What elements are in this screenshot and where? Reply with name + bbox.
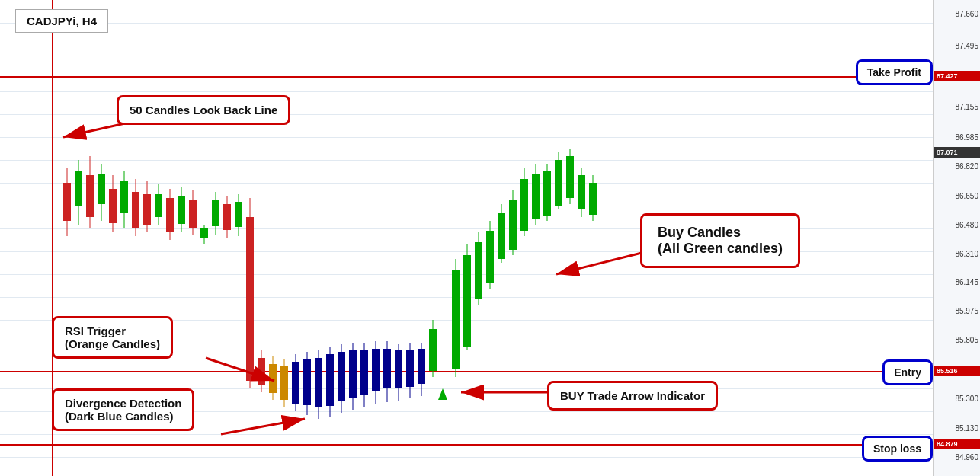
svg-rect-65 <box>429 329 437 371</box>
price-86650: 86.650 <box>955 192 978 200</box>
svg-rect-76 <box>498 213 505 259</box>
chart-container: CADJPYi, H4 87.660 87.495 87.325 87.155 … <box>0 0 980 476</box>
price-85300: 85.300 <box>955 395 978 403</box>
svg-rect-27 <box>212 200 219 226</box>
price-85975: 85.975 <box>955 307 978 315</box>
svg-rect-59 <box>395 350 402 388</box>
svg-rect-86 <box>555 160 562 206</box>
price-86310: 86.310 <box>955 250 978 258</box>
svg-marker-66 <box>438 388 447 400</box>
svg-rect-63 <box>418 349 425 384</box>
price-87495: 87.495 <box>955 42 978 50</box>
buy-candles-annotation: Buy Candles (All Green candles) <box>640 213 800 268</box>
svg-rect-55 <box>372 349 380 391</box>
svg-rect-9 <box>109 189 117 223</box>
price-85130: 85.130 <box>955 424 978 433</box>
svg-rect-57 <box>383 349 391 388</box>
current-price-badge: 87.071 <box>934 147 980 158</box>
price-86820: 86.820 <box>955 162 978 171</box>
svg-rect-5 <box>86 175 94 217</box>
entry-badge: 85.516 <box>934 366 980 376</box>
svg-rect-31 <box>235 202 242 227</box>
price-87155: 87.155 <box>955 103 978 111</box>
take-profit-badge: 87.427 <box>934 71 980 81</box>
entry-annotation: Entry <box>882 359 933 385</box>
svg-rect-41 <box>292 362 299 404</box>
price-87660: 87.660 <box>955 10 978 18</box>
svg-rect-25 <box>200 228 208 238</box>
svg-rect-33 <box>246 217 254 381</box>
price-85805: 85.805 <box>955 336 978 344</box>
svg-rect-13 <box>132 192 139 228</box>
svg-rect-21 <box>178 196 185 224</box>
svg-rect-84 <box>543 171 551 216</box>
svg-rect-43 <box>303 359 311 405</box>
price-86480: 86.480 <box>955 221 978 229</box>
buy-trade-arrow-annotation: BUY Trade Arrow Indicator <box>547 381 718 411</box>
svg-rect-17 <box>155 194 162 217</box>
divergence-annotation: Divergence Detection (Dark Blue Candles) <box>52 388 194 431</box>
svg-rect-49 <box>338 352 345 401</box>
price-84960: 84.960 <box>955 453 978 462</box>
svg-rect-11 <box>120 181 128 213</box>
stop-loss-badge: 84.879 <box>934 439 980 449</box>
svg-rect-39 <box>280 366 288 400</box>
svg-rect-15 <box>143 194 151 225</box>
svg-rect-92 <box>589 183 597 215</box>
svg-rect-68 <box>452 270 460 369</box>
price-86985: 86.985 <box>955 133 978 142</box>
svg-rect-51 <box>349 350 357 398</box>
svg-rect-82 <box>532 174 540 219</box>
look-back-annotation: 50 Candles Look Back Line <box>117 95 290 125</box>
svg-rect-23 <box>189 200 197 228</box>
svg-rect-70 <box>463 255 471 347</box>
svg-rect-80 <box>520 179 528 231</box>
svg-rect-29 <box>223 204 231 230</box>
take-profit-annotation: Take Profit <box>856 59 933 85</box>
price-axis: 87.660 87.495 87.325 87.155 86.985 86.82… <box>933 0 980 476</box>
svg-rect-74 <box>486 231 494 283</box>
rsi-trigger-annotation: RSI Trigger (Orange Candles) <box>52 316 173 359</box>
price-86145: 86.145 <box>955 278 978 286</box>
svg-rect-1 <box>63 183 71 221</box>
ticker-label: CADJPYi, H4 <box>15 9 108 33</box>
svg-rect-53 <box>360 350 368 395</box>
svg-rect-88 <box>566 156 574 198</box>
svg-rect-61 <box>406 350 414 387</box>
svg-rect-37 <box>269 364 277 393</box>
svg-rect-45 <box>315 358 322 407</box>
svg-rect-90 <box>578 175 585 209</box>
stop-loss-annotation: Stop loss <box>862 436 933 462</box>
svg-rect-72 <box>475 242 482 299</box>
svg-rect-47 <box>326 354 334 406</box>
svg-rect-35 <box>258 358 265 385</box>
svg-rect-78 <box>509 200 517 250</box>
svg-rect-19 <box>166 198 174 232</box>
svg-rect-3 <box>75 171 82 206</box>
svg-rect-7 <box>98 174 105 204</box>
